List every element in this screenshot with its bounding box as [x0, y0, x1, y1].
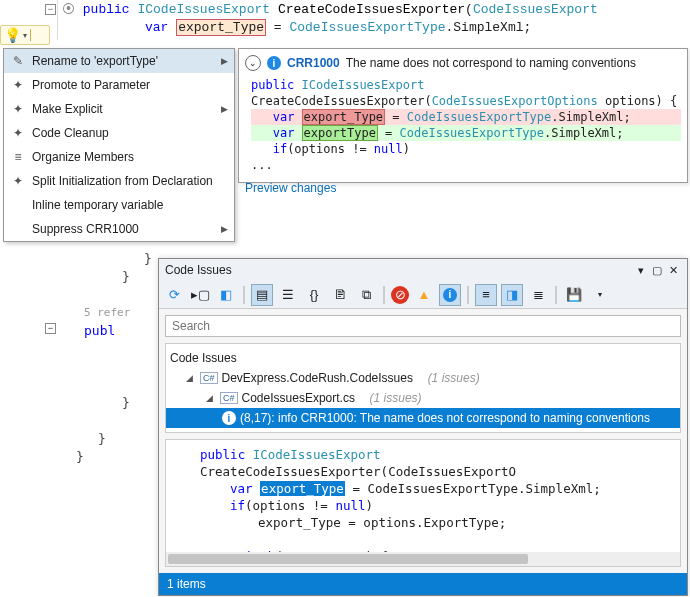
submenu-arrow-icon: ▶	[221, 56, 228, 66]
menu-item-label: Promote to Parameter	[32, 78, 150, 92]
info-icon: i	[222, 411, 236, 425]
menu-item-label: Code Cleanup	[32, 126, 109, 140]
issues-tree: Code Issues ◢ C# DevExpress.CodeRush.Cod…	[165, 343, 681, 433]
menu-item[interactable]: ✦Split Initialization from Declaration	[4, 169, 234, 193]
menu-item[interactable]: Inline temporary variable	[4, 193, 234, 217]
tree-tab-header[interactable]: Code Issues	[166, 348, 680, 368]
tool-toolbar: ⟳ ▸▢ ◧ ▤ ☰ {} 🖹 ⧉ ⊘ ▲ i ≡ ◨ ≣ 💾 ▾	[159, 281, 687, 309]
submenu-arrow-icon: ▶	[221, 224, 228, 234]
rule-message: The name does not correspond to naming c…	[346, 56, 636, 70]
fold-minus-icon-2[interactable]: −	[45, 323, 56, 334]
code-line-2[interactable]: var export_Type = CodeIssuesExportType.S…	[145, 20, 531, 35]
close-icon[interactable]: ✕	[665, 264, 681, 277]
align-center-button[interactable]: ≣	[527, 284, 549, 306]
tool-titlebar[interactable]: Code Issues ▾ ▢ ✕	[159, 259, 687, 281]
fold-minus-icon[interactable]: −	[45, 4, 56, 15]
view-file-button[interactable]: ▤	[251, 284, 273, 306]
options-button[interactable]: ◧	[215, 284, 237, 306]
action-icon	[10, 221, 26, 237]
horizontal-scrollbar[interactable]	[166, 552, 680, 566]
tree-twisty-icon[interactable]: ◢	[186, 373, 196, 383]
tree-file-row[interactable]: ◢ C# CodeIssuesExport.cs (1 issues)	[166, 388, 680, 408]
preview-header: ⌄ i CRR1000 The name does not correspond…	[245, 55, 681, 71]
preview-changes-link[interactable]: Preview changes	[245, 181, 336, 195]
gutter: − 💡 ▾	[0, 0, 58, 40]
tree-issue-row[interactable]: i (8,17): info CRR1000: The name does no…	[166, 408, 680, 428]
menu-item[interactable]: ✎Rename to 'exportType'▶	[4, 49, 234, 73]
vbar	[30, 29, 31, 41]
refresh-button[interactable]: ⟳	[163, 284, 185, 306]
save-menu-button[interactable]: ▾	[589, 284, 611, 306]
menu-item-label: Rename to 'exportType'	[32, 54, 158, 68]
selected-identifier: export_Type	[260, 481, 345, 496]
action-icon	[10, 197, 26, 213]
collapse-icon[interactable]: ⌄	[245, 55, 261, 71]
action-icon: ✦	[10, 173, 26, 189]
menu-item-label: Organize Members	[32, 150, 134, 164]
menu-item[interactable]: ✦Promote to Parameter	[4, 73, 234, 97]
window-menu-icon[interactable]: ▾	[633, 264, 649, 277]
diff-view: public ICodeIssuesExport CreateCodeIssue…	[251, 77, 681, 173]
layout-button[interactable]: ◨	[501, 284, 523, 306]
background-code: } } 5 refer publ } } }	[62, 250, 152, 466]
menu-item[interactable]: ✦Code Cleanup	[4, 121, 234, 145]
tool-title-text: Code Issues	[165, 263, 232, 277]
action-icon: ✦	[10, 125, 26, 141]
pin-icon[interactable]: ▢	[649, 264, 665, 277]
status-bar: 1 items	[159, 573, 687, 595]
action-icon: ✎	[10, 53, 26, 69]
menu-item[interactable]: Suppress CRR1000▶	[4, 217, 234, 241]
info-icon: i	[267, 56, 281, 70]
action-icon: ✦	[10, 77, 26, 93]
view-list-button[interactable]: ☰	[277, 284, 299, 306]
tree-twisty-icon[interactable]: ◢	[206, 393, 216, 403]
csharp-badge-icon: C#	[220, 392, 238, 404]
menu-item-label: Inline temporary variable	[32, 198, 163, 212]
highlighted-identifier[interactable]: export_Type	[176, 19, 266, 36]
lightbulb-button[interactable]: 💡 ▾	[0, 25, 50, 45]
action-icon: ✦	[10, 101, 26, 117]
separator	[555, 286, 557, 304]
save-button[interactable]: 💾	[563, 284, 585, 306]
rule-id: CRR1000	[287, 56, 340, 70]
tree-project-row[interactable]: ◢ C# DevExpress.CodeRush.CodeIssues (1 i…	[166, 368, 680, 388]
copy-button[interactable]: ⧉	[355, 284, 377, 306]
menu-item-label: Suppress CRR1000	[32, 222, 139, 236]
search-input[interactable]	[165, 315, 681, 337]
code-issues-window: Code Issues ▾ ▢ ✕ ⟳ ▸▢ ◧ ▤ ☰ {} 🖹 ⧉ ⊘ ▲ …	[158, 258, 688, 596]
lightbulb-icon: 💡	[4, 27, 21, 43]
info-filter-button[interactable]: i	[439, 284, 461, 306]
separator	[467, 286, 469, 304]
scope-button[interactable]: ▸▢	[189, 284, 211, 306]
menu-item-label: Make Explicit	[32, 102, 103, 116]
separator	[243, 286, 245, 304]
quick-actions-menu: ✎Rename to 'exportType'▶✦Promote to Para…	[3, 48, 235, 242]
separator	[383, 286, 385, 304]
warning-filter-button[interactable]: ▲	[413, 284, 435, 306]
action-icon: ≡	[10, 149, 26, 165]
chevron-down-icon: ▾	[23, 31, 27, 40]
align-left-button[interactable]: ≡	[475, 284, 497, 306]
tree-button[interactable]: 🖹	[329, 284, 351, 306]
error-filter-button[interactable]: ⊘	[391, 286, 409, 304]
code-line-1[interactable]: ⦿ public ICodeIssuesExport CreateCodeIss…	[62, 2, 598, 17]
preview-panel: ⌄ i CRR1000 The name does not correspond…	[238, 48, 688, 183]
menu-item[interactable]: ≡Organize Members	[4, 145, 234, 169]
submenu-arrow-icon: ▶	[221, 104, 228, 114]
menu-item[interactable]: ✦Make Explicit▶	[4, 97, 234, 121]
editor-area: − 💡 ▾ ⦿ public ICodeIssuesExport CreateC…	[0, 0, 690, 40]
brackets-button[interactable]: {}	[303, 284, 325, 306]
menu-item-label: Split Initialization from Declaration	[32, 174, 213, 188]
csharp-badge-icon: C#	[200, 372, 218, 384]
code-preview[interactable]: public ICodeIssuesExport CreateCodeIssue…	[165, 439, 681, 567]
